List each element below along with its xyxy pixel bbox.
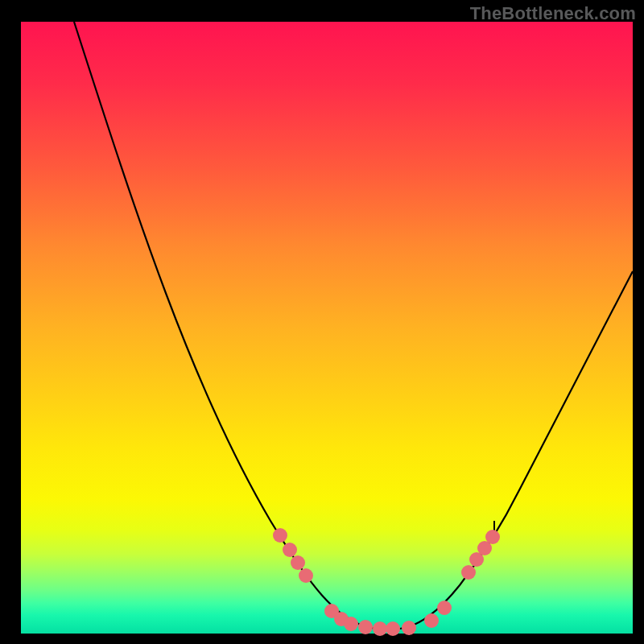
- data-dot: [437, 601, 452, 615]
- data-dot: [485, 530, 500, 544]
- data-dot: [291, 555, 305, 570]
- data-dot: [373, 621, 387, 636]
- watermark-text: TheBottleneck.com: [470, 3, 636, 24]
- data-dot: [299, 568, 313, 583]
- chart-svg: [21, 22, 633, 634]
- data-dot: [424, 613, 439, 628]
- data-dot: [402, 621, 416, 635]
- data-dot: [344, 617, 358, 631]
- data-dot: [283, 543, 297, 557]
- data-dot: [273, 528, 287, 543]
- chart-frame: [21, 22, 633, 634]
- data-dot: [386, 621, 400, 636]
- dot-cluster: [273, 528, 500, 636]
- v-curve: [74, 22, 633, 630]
- data-dot: [461, 565, 476, 580]
- data-dot: [358, 620, 373, 634]
